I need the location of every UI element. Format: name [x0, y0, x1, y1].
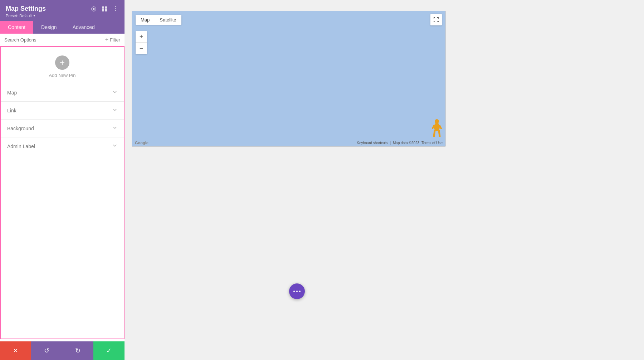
search-input[interactable]	[4, 37, 102, 43]
accordion-link-header[interactable]: Link	[1, 102, 124, 119]
fab-button[interactable]	[289, 283, 305, 299]
accordion-link-label: Link	[7, 108, 16, 113]
filter-plus-icon: +	[105, 37, 108, 43]
filter-button[interactable]: + Filter	[105, 37, 120, 43]
map-zoom-controls: + −	[136, 31, 147, 54]
more-icon[interactable]: ⋮	[112, 5, 119, 13]
google-logo: Google	[135, 141, 148, 145]
terms-link[interactable]: Terms of Use	[421, 141, 443, 145]
chevron-down-icon	[112, 107, 117, 113]
map-type-buttons: Map Satellite	[136, 15, 181, 25]
map-footer: Google Keyboard shortcuts | Map data ©20…	[132, 139, 445, 146]
map-footer-right: Keyboard shortcuts | Map data ©2023 Term…	[357, 141, 443, 145]
zoom-in-button[interactable]: +	[136, 31, 147, 43]
zoom-out-button[interactable]: −	[136, 43, 147, 54]
preset-label[interactable]: Preset: Default ▾	[6, 13, 119, 18]
tab-advanced[interactable]: Advanced	[65, 21, 103, 34]
main-content: Map Satellite + −	[125, 0, 644, 360]
accordion-background: Background	[1, 120, 124, 137]
map-street-view[interactable]	[432, 119, 442, 138]
svg-point-7	[293, 291, 295, 292]
sidebar-header: Map Settings ⋮	[0, 0, 125, 21]
svg-rect-4	[105, 9, 107, 11]
keyboard-shortcuts-link[interactable]: Keyboard shortcuts	[357, 141, 387, 145]
svg-point-0	[93, 8, 95, 10]
sidebar-title-icons: ⋮	[90, 5, 119, 13]
undo-button[interactable]: ↺	[31, 341, 62, 360]
save-button[interactable]: ✓	[93, 341, 125, 360]
accordion-background-label: Background	[7, 126, 34, 131]
tab-content[interactable]: Content	[0, 21, 33, 34]
grid-icon[interactable]	[101, 5, 108, 13]
accordion-admin-label-label: Admin Label	[7, 143, 35, 149]
bottom-toolbar: ✕ ↺ ↻ ✓	[0, 341, 125, 360]
redo-button[interactable]: ↻	[62, 341, 93, 360]
map-type-map-button[interactable]: Map	[136, 15, 155, 25]
add-pin-button[interactable]: +	[55, 55, 69, 70]
accordion-admin-label: Admin Label	[1, 137, 124, 155]
svg-rect-2	[105, 6, 107, 9]
chevron-down-icon	[112, 125, 117, 131]
accordion-map-label: Map	[7, 90, 17, 96]
svg-rect-3	[102, 9, 104, 11]
chevron-down-icon	[112, 143, 117, 149]
map-data-label: |	[390, 141, 391, 145]
accordion-background-header[interactable]: Background	[1, 120, 124, 137]
sidebar-title-text: Map Settings	[6, 5, 46, 13]
sidebar-title-row: Map Settings ⋮	[6, 5, 119, 13]
sidebar: Map Settings ⋮	[0, 0, 125, 360]
accordion-admin-label-header[interactable]: Admin Label	[1, 137, 124, 155]
map-type-satellite-button[interactable]: Satellite	[155, 15, 181, 25]
map-widget: Map Satellite + −	[132, 11, 446, 147]
map-top-bar: Map Satellite	[132, 11, 445, 28]
cancel-button[interactable]: ✕	[0, 341, 31, 360]
map-fullscreen-button[interactable]	[430, 14, 442, 25]
add-pin-label: Add New Pin	[49, 73, 75, 78]
tabs-row: Content Design Advanced	[0, 21, 125, 34]
tab-design[interactable]: Design	[33, 21, 65, 34]
settings-icon[interactable]	[90, 5, 97, 13]
accordion-map: Map	[1, 84, 124, 102]
chevron-down-icon	[112, 89, 117, 96]
svg-point-8	[296, 291, 298, 292]
add-pin-area[interactable]: + Add New Pin	[1, 47, 124, 84]
accordion-link: Link	[1, 102, 124, 120]
search-row: + Filter	[0, 34, 125, 46]
map-data-text: Map data ©2023	[393, 141, 419, 145]
filter-label: Filter	[110, 37, 120, 43]
svg-rect-1	[102, 6, 104, 9]
svg-point-9	[299, 291, 301, 292]
content-area: + Add New Pin Map Link	[0, 46, 125, 339]
accordion-map-header[interactable]: Map	[1, 84, 124, 101]
